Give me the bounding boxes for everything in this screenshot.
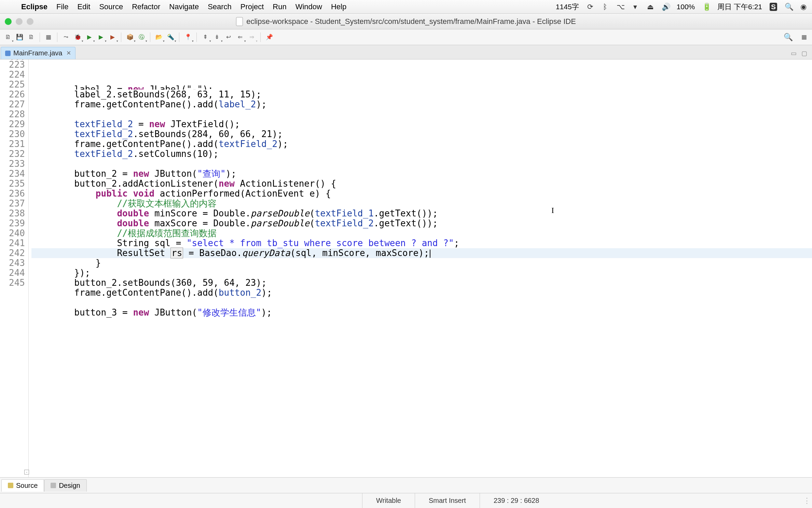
code-line[interactable]: label_2 = new JLabel("-"); <box>31 84 812 90</box>
code-line[interactable]: button_2.addActionListener(new ActionLis… <box>31 179 812 189</box>
code-line[interactable]: double minScore = Double.parseDouble(tex… <box>31 209 812 218</box>
line-number[interactable]: 239 <box>0 218 25 228</box>
toggle-mark-button[interactable]: 📍 <box>183 32 193 42</box>
minimize-view-icon[interactable]: ▭ <box>791 50 797 57</box>
close-tab-icon[interactable]: ✕ <box>66 50 71 57</box>
code-line[interactable]: double maxScore = Double.parseDouble(tex… <box>31 218 812 228</box>
line-number[interactable]: 233 <box>0 159 25 169</box>
line-number[interactable]: 242 <box>0 248 25 258</box>
wifi-icon[interactable]: ▾ <box>632 3 639 11</box>
skip-breakpoints-button[interactable]: ⤳ <box>61 32 71 42</box>
volume-icon[interactable]: 🔊 <box>662 3 669 11</box>
menu-refactor[interactable]: Refactor <box>132 2 160 11</box>
code-line[interactable]: frame.getContentPane().add(button_2); <box>31 288 812 298</box>
menu-source[interactable]: Source <box>99 2 123 11</box>
battery-text[interactable]: 100% <box>677 3 695 11</box>
code-line[interactable]: //获取文本框输入的内容 <box>31 199 812 209</box>
traffic-min[interactable] <box>16 18 23 25</box>
code-line[interactable]: frame.getContentPane().add(label_2); <box>31 99 812 109</box>
code-line[interactable]: textField_2 = new JTextField(); <box>31 119 812 129</box>
ime-wordcount[interactable]: 1145字 <box>556 2 579 12</box>
code-line[interactable]: button_2 = new JButton("查询"); <box>31 169 812 179</box>
code-line[interactable]: frame.getContentPane().add(textField_2); <box>31 139 812 149</box>
code-line[interactable]: textField_2.setColumns(10); <box>31 149 812 159</box>
line-number[interactable]: 237 <box>0 199 25 209</box>
new-type-button[interactable]: Ⓖ <box>136 32 147 42</box>
code-line[interactable]: button_3 = new JButton("修改学生信息"); <box>31 308 812 318</box>
code-line[interactable]: //根据成绩范围查询数据 <box>31 228 812 238</box>
line-number[interactable]: 243 <box>0 258 25 268</box>
debug-button[interactable]: 🐞 <box>72 32 83 42</box>
menu-edit[interactable]: Edit <box>78 2 91 11</box>
run-button[interactable]: ▶ <box>84 32 94 42</box>
source-tab[interactable]: Source <box>1 479 44 492</box>
bluetooth-icon[interactable]: ᛒ <box>602 3 609 11</box>
line-number-gutter[interactable]: 222223224225226227228229230231232-233-23… <box>0 59 29 477</box>
menu-project[interactable]: Project <box>240 2 264 11</box>
code-line[interactable] <box>31 159 812 169</box>
line-number[interactable]: 232 <box>0 149 25 159</box>
line-number[interactable]: 225 <box>0 80 25 90</box>
status-writable[interactable]: Writable <box>362 493 415 508</box>
eject-icon[interactable]: ⏏ <box>647 3 654 11</box>
status-insert-mode[interactable]: Smart Insert <box>415 493 480 508</box>
siri-icon[interactable]: ◉ <box>800 3 807 11</box>
code-line[interactable]: }); <box>31 268 812 278</box>
last-edit-button[interactable]: ↩ <box>223 32 234 42</box>
prev-annotation-button[interactable]: ⇞ <box>200 32 210 42</box>
line-number[interactable]: 240 <box>0 228 25 238</box>
code-line[interactable] <box>31 298 812 308</box>
pin-editor-button[interactable]: 📌 <box>264 32 274 42</box>
line-number[interactable]: 235 <box>0 179 25 189</box>
maximize-view-icon[interactable]: ▢ <box>801 50 807 57</box>
line-number[interactable]: 228 <box>0 109 25 119</box>
line-number[interactable]: 227 <box>0 99 25 109</box>
new-button[interactable]: 🗎 <box>3 32 13 42</box>
design-tab[interactable]: Design <box>44 479 86 492</box>
menu-navigate[interactable]: Navigate <box>169 2 199 11</box>
editor-tab[interactable]: MainFrame.java ✕ <box>1 47 75 59</box>
code-line[interactable]: String sql = "select * from tb_stu where… <box>31 238 812 248</box>
resize-grip-icon[interactable]: ⋮ <box>802 496 812 505</box>
save-button[interactable]: 💾 <box>14 32 25 42</box>
code-line[interactable] <box>31 109 812 119</box>
save-all-button[interactable]: 🗎 <box>26 32 36 42</box>
menu-file[interactable]: File <box>56 2 68 11</box>
external-tools-button[interactable]: ▶ <box>107 32 118 42</box>
coverage-button[interactable]: ▶ <box>96 32 106 42</box>
line-number[interactable]: 229 <box>0 119 25 129</box>
code-line[interactable]: public void actionPerformed(ActionEvent … <box>31 189 812 199</box>
code-content[interactable]: I label_2 = new JLabel("-"); label_2.set… <box>29 59 812 477</box>
toggle-breadcrumb-button[interactable]: ▦ <box>43 32 54 42</box>
line-number[interactable]: 241 <box>0 238 25 248</box>
perspective-button[interactable]: ▦ <box>799 32 809 42</box>
line-number[interactable]: 238 <box>0 209 25 218</box>
traffic-lights[interactable] <box>5 18 33 25</box>
line-number[interactable]: 223 <box>0 60 25 70</box>
traffic-zoom[interactable] <box>27 18 33 25</box>
line-number[interactable]: 236 <box>0 189 25 199</box>
battery-icon[interactable]: 🔋 <box>702 3 710 11</box>
code-line[interactable]: } <box>31 258 812 268</box>
menu-help[interactable]: Help <box>331 2 346 11</box>
status-cursor-position[interactable]: 239 : 29 : 6628 <box>480 493 553 508</box>
sogou-icon[interactable]: S <box>770 3 777 11</box>
line-number[interactable]: 231 <box>0 139 25 149</box>
clock[interactable]: 周日 下午6:21 <box>717 2 762 12</box>
line-number[interactable]: 245 <box>0 278 25 288</box>
menu-run[interactable]: Run <box>273 2 286 11</box>
new-package-button[interactable]: 📦 <box>125 32 135 42</box>
next-annotation-button[interactable]: ⇟ <box>212 32 222 42</box>
code-line[interactable]: label_2.setBounds(268, 63, 11, 15); <box>31 90 812 99</box>
code-line[interactable]: ResultSet rs = BaseDao.queryData(sql, mi… <box>31 248 812 258</box>
search-button[interactable]: 🔦 <box>165 32 176 42</box>
menu-search[interactable]: Search <box>208 2 232 11</box>
line-number[interactable]: 244 <box>0 268 25 278</box>
line-number[interactable]: 230 <box>0 129 25 139</box>
sync-icon[interactable]: ⟳ <box>587 3 594 11</box>
back-button[interactable]: ⇐ <box>235 32 245 42</box>
control-icon[interactable]: ⌥ <box>617 3 624 11</box>
line-number[interactable]: 226 <box>0 90 25 99</box>
traffic-close[interactable] <box>5 18 12 25</box>
forward-button[interactable]: ⇒ <box>247 32 257 42</box>
